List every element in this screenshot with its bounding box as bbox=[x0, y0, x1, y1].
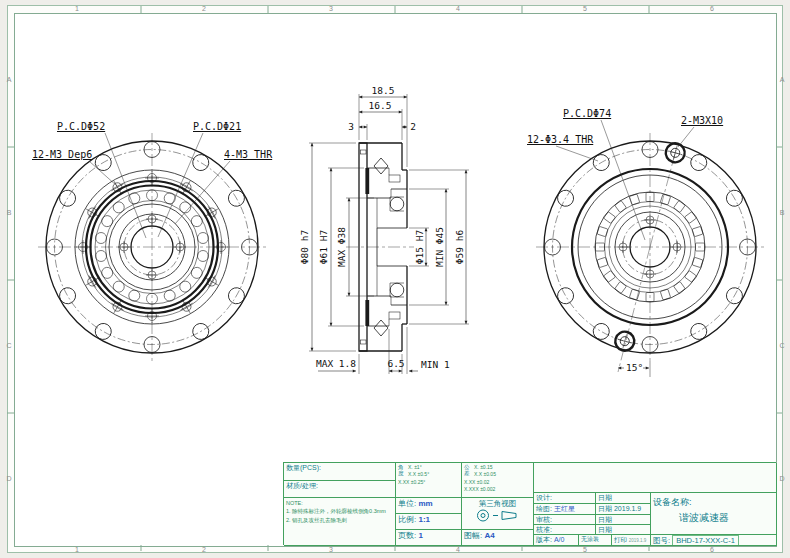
draft-date-value: 2019.1.9 bbox=[614, 505, 641, 512]
right-12d34-label: 12-Φ3.4 THR bbox=[527, 134, 594, 145]
version-value: A/0 bbox=[554, 536, 565, 543]
right-15deg-label: 15° bbox=[626, 362, 643, 373]
angle-tol-label: 角度 bbox=[398, 464, 406, 476]
dim-d38: MAX Φ38 bbox=[336, 227, 347, 267]
left-12m3-label: 12-M3 Dep6 bbox=[32, 149, 92, 160]
dim-65: 6.5 bbox=[387, 358, 404, 369]
material-cell: 材质/处理: bbox=[284, 481, 396, 498]
right-pcd74-label: P.C.DΦ74 bbox=[563, 108, 611, 119]
draft-date-cell: 日期 2019.1.9 bbox=[596, 504, 651, 515]
unit-value: mm bbox=[418, 499, 432, 508]
drawing-no-value: BHD-17-XXX-C-1 bbox=[672, 535, 739, 546]
unit-label: 单位: bbox=[398, 499, 416, 508]
drawing-no-label: 图号: bbox=[653, 536, 670, 545]
draft-name: 王红星 bbox=[554, 505, 575, 512]
check-date-cell: 日期 bbox=[596, 515, 651, 525]
projection-label: 第三角视图 bbox=[464, 499, 531, 508]
right-view: P.C.DΦ74 2-M3X10 12-Φ3.4 THR 15° bbox=[527, 108, 764, 377]
dim-d45: MIN Φ45 bbox=[434, 227, 445, 267]
format-cell: 图幅: A4 bbox=[462, 530, 534, 546]
projection-cell: 第三角视图 bbox=[462, 498, 534, 530]
drawing-sheet: 1 2 3 4 5 6 1 2 3 4 5 6 A B C D A B C D bbox=[0, 0, 790, 558]
format-value: A4 bbox=[484, 531, 494, 540]
approve-date-cell: 日期 bbox=[596, 525, 651, 535]
approve-cell: 核准: bbox=[534, 525, 596, 535]
note-2: 2. 销孔及攻丝孔去除毛刺 bbox=[286, 516, 393, 524]
left-4m3-label: 4-M3 THR bbox=[224, 149, 273, 160]
dim-min1: MIN 1 bbox=[421, 359, 450, 370]
spare-cell bbox=[534, 463, 777, 493]
dim-16-5: 16.5 bbox=[369, 100, 392, 111]
left-pcd52-label: P.C.DΦ52 bbox=[57, 121, 105, 132]
linear-tol-label: 公差 bbox=[464, 464, 472, 476]
dim-d15: Φ15 H7 bbox=[414, 230, 425, 264]
device-name: 谐波减速器 bbox=[679, 512, 774, 525]
format-label: 图幅: bbox=[464, 531, 482, 540]
left-view: P.C.DΦ52 P.C.DΦ21 12-M3 Dep6 4-M3 THR bbox=[32, 121, 273, 361]
draft-cell: 绘图: 王红星 bbox=[534, 504, 596, 515]
dim-18-5: 18.5 bbox=[372, 85, 395, 96]
drawing-no-cell: 图号: BHD-17-XXX-C-1 bbox=[651, 535, 777, 546]
unit-cell: 单位: mm bbox=[396, 498, 462, 514]
material-label: 材质/处理: bbox=[286, 482, 318, 489]
dim-max18: MAX 1.8 bbox=[316, 358, 356, 369]
left-pcd21-label: P.C.DΦ21 bbox=[193, 121, 241, 132]
scale-label: 比例: bbox=[398, 515, 416, 524]
section-view: 18.5 16.5 3 2 Φ80 h7 Φ61 H7 MAX Φ38 bbox=[299, 85, 469, 374]
scale-cell: 比例: 1:1 bbox=[396, 514, 462, 530]
print-cell: 打印 2019.1.9 bbox=[612, 535, 651, 546]
title-block: 数量(PCS): 材质/处理: NOTE: 1. 除特殊标注外，外轮廓棱线倒角0… bbox=[283, 462, 776, 545]
design-cell: 设计: bbox=[534, 493, 596, 504]
check-cell: 审核: bbox=[534, 515, 596, 525]
right-2m3x10-label: 2-M3X10 bbox=[681, 115, 723, 126]
angle-tolerance-cell: 角度 X. ±1° X.X ±0.5° X.XX ±0.25° bbox=[396, 463, 462, 498]
notes-cell: NOTE: 1. 除特殊标注外，外轮廓棱线倒角0.3mm 2. 销孔及攻丝孔去除… bbox=[284, 498, 396, 546]
print-value: 2019.1.9 bbox=[629, 538, 647, 543]
linear-tolerance-cell: 公差 X. ±0.15 X.X ±0.05 X.XX ±0.02 X.XXX ±… bbox=[462, 463, 534, 498]
qty-cell: 数量(PCS): bbox=[284, 463, 396, 481]
device-name-cell: 设备名称: 谐波减速器 bbox=[651, 493, 777, 535]
dim-d80: Φ80 h7 bbox=[299, 230, 310, 264]
dim-3: 3 bbox=[348, 121, 354, 132]
note-1: 1. 除特殊标注外，外轮廓棱线倒角0.3mm bbox=[286, 507, 393, 515]
dim-d61: Φ61 H7 bbox=[318, 230, 329, 264]
scale-value: 1:1 bbox=[418, 515, 430, 524]
qty-label: 数量(PCS): bbox=[286, 464, 321, 471]
design-date-cell: 日期 bbox=[596, 493, 651, 504]
pages-cell: 页数: 1 bbox=[396, 530, 462, 546]
pages-value: 1 bbox=[418, 531, 422, 540]
dim-2: 2 bbox=[410, 121, 416, 132]
device-label: 设备名称: bbox=[653, 497, 774, 508]
third-angle-symbol-icon bbox=[468, 508, 528, 523]
dim-d59: Φ59 h6 bbox=[454, 230, 465, 265]
pages-label: 页数: bbox=[398, 531, 416, 540]
finish-cell: 无涂装 bbox=[579, 535, 612, 546]
note-title: NOTE: bbox=[286, 499, 393, 507]
version-cell: 版本: A/0 bbox=[534, 535, 579, 546]
